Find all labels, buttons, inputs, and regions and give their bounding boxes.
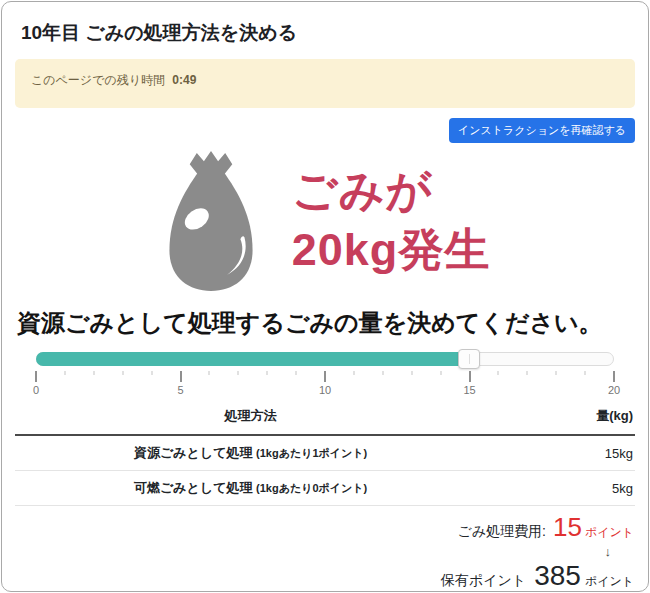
cost-line: ごみ処理費用:15ポイント (15, 512, 634, 543)
arrow-down-icon: ↓ (15, 544, 611, 559)
slider-tick (527, 371, 528, 375)
slider-tick (613, 371, 615, 382)
points-unit: ポイント (585, 574, 634, 588)
method-note: (1kgあたり1ポイント) (256, 447, 367, 459)
slider-tick (382, 371, 383, 375)
page-title: 10年目 ごみの処理方法を決める (21, 20, 635, 46)
slider-tick-label: 10 (319, 384, 331, 396)
instructions-button[interactable]: インストラクションを再確認する (449, 118, 635, 143)
table-row: 可燃ごみとして処理 (1kgあたり0ポイント) 5kg (15, 471, 635, 506)
disposal-table: 処理方法 量(kg) 資源ごみとして処理 (1kgあたり1ポイント) 15kg … (15, 401, 635, 506)
slider-tick (411, 371, 412, 375)
summary-section: ごみ処理費用:15ポイント ↓ 保有ポイント385ポイント 次へ (15, 512, 635, 592)
slider-handle-grip (469, 354, 470, 364)
slider-tick (324, 371, 326, 382)
column-header-method: 処理方法 (15, 401, 486, 435)
slider-tick-label: 20 (608, 384, 620, 396)
method-label: 資源ごみとして処理 (134, 445, 253, 460)
slider-tick (267, 371, 268, 375)
experiment-page: 10年目 ごみの処理方法を決める このページでの残り時間 0:49 インストラク… (1, 1, 649, 592)
points-line: 保有ポイント385ポイント (15, 560, 634, 592)
slider-tick (180, 371, 182, 382)
points-value: 385 (534, 560, 581, 591)
slider-fill (36, 352, 468, 366)
table-row: 資源ごみとして処理 (1kgあたり1ポイント) 15kg (15, 435, 635, 471)
slider-tick (469, 371, 471, 382)
timer-label: このページでの残り時間 (31, 73, 165, 87)
garbage-amount-text: ごみが 20kg発生 (292, 161, 491, 280)
slider-tick (296, 371, 297, 375)
garbage-notice-line2: 20kg発生 (292, 220, 491, 279)
question-heading: 資源ごみとして処理するごみの量を決めてください。 (17, 307, 635, 339)
slider-handle[interactable] (458, 349, 480, 369)
slider-tick (209, 371, 210, 375)
method-note: (1kgあたり0ポイント) (256, 482, 367, 494)
table-header-row: 処理方法 量(kg) (15, 401, 635, 435)
cost-unit: ポイント (585, 525, 634, 539)
slider-tick-label: 5 (177, 384, 183, 396)
amount-cell-burnable: 5kg (486, 471, 635, 506)
slider-tick-label: 15 (463, 384, 475, 396)
timer-value: 0:49 (172, 73, 196, 87)
cost-label: ごみ処理費用: (457, 523, 546, 539)
points-label: 保有ポイント (441, 572, 526, 588)
garbage-notice: ごみが 20kg発生 (15, 145, 635, 295)
method-cell-recyclable: 資源ごみとして処理 (1kgあたり1ポイント) (15, 435, 486, 471)
cost-value: 15 (553, 512, 582, 542)
method-cell-burnable: 可燃ごみとして処理 (1kgあたり0ポイント) (15, 471, 486, 506)
slider-tick (440, 371, 441, 375)
slider-tick (151, 371, 152, 375)
slider-tick-label: 0 (33, 384, 39, 396)
slider-tick (93, 371, 94, 375)
column-header-amount: 量(kg) (486, 401, 635, 435)
amount-cell-recyclable: 15kg (486, 435, 635, 471)
slider-tick (353, 371, 354, 375)
timer-banner: このページでの残り時間 0:49 (15, 59, 635, 108)
slider-scale: 05101520 (36, 371, 614, 397)
recycle-amount-slider[interactable]: 05101520 (36, 352, 614, 397)
slider-tick (64, 371, 65, 375)
garbage-bag-icon (160, 146, 262, 294)
slider-tick (35, 371, 37, 382)
slider-tick (238, 371, 239, 375)
slider-tick (498, 371, 499, 375)
slider-track[interactable] (36, 352, 614, 366)
slider-tick (585, 371, 586, 375)
method-label: 可燃ごみとして処理 (134, 480, 253, 495)
slider-tick (556, 371, 557, 375)
slider-tick (122, 371, 123, 375)
garbage-notice-line1: ごみが (292, 161, 491, 220)
